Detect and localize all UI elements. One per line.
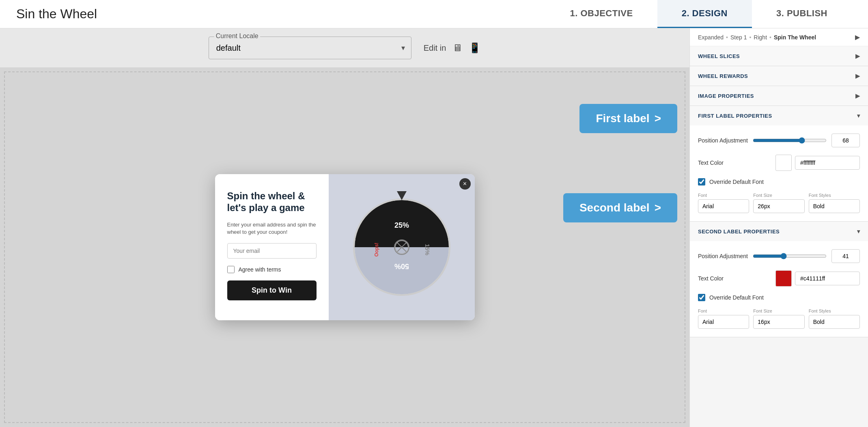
wheel-pointer — [397, 191, 407, 200]
breadcrumb: Expanded • Step 1 • Right • Spin The Whe… — [690, 28, 868, 46]
second-text-color-row: Text Color — [698, 270, 860, 287]
text-color-label: Text Color — [698, 160, 724, 166]
first-label-arrow: > — [655, 112, 661, 125]
main-layout: Current Locale default ▾ Edit in 🖥 📱 — [0, 28, 868, 427]
font-styles-label: Font Styles — [809, 193, 860, 198]
locale-label: Current Locale — [214, 32, 260, 40]
wheel-slices-label: WHEEL SLICES — [698, 53, 740, 59]
position-adjustment-slider[interactable] — [753, 137, 827, 144]
wheel-svg[interactable]: 25% 15% 50% Oops! — [353, 198, 450, 296]
font-styles-group: Font Styles Bold — [809, 193, 860, 213]
image-properties-header[interactable]: IMAGE PROPERTIES ▶ — [690, 86, 868, 106]
breadcrumb-step1: Step 1 — [730, 34, 747, 41]
tab-publish[interactable]: 3. PUBLISH — [752, 0, 852, 28]
email-field[interactable] — [227, 243, 317, 259]
second-label-arrow: > — [655, 201, 661, 214]
terms-text: Agree with terms — [239, 266, 281, 273]
text-color-group — [775, 155, 860, 171]
position-adjustment-label: Position Adjustment — [698, 137, 748, 144]
spin-button[interactable]: Spin to Win — [227, 280, 317, 300]
panel-section-first-label: FIRST LABEL PROPERTIES ▾ Position Adjust… — [690, 106, 868, 222]
second-override-font-label: Override Default Font — [709, 294, 764, 301]
second-font-styles-select[interactable]: Bold — [809, 315, 860, 329]
terms-checkbox[interactable] — [227, 266, 235, 273]
canvas-preview-wrap: First label > Second label > × Spin the … — [0, 67, 689, 427]
second-position-adjustment-input[interactable] — [831, 249, 860, 263]
tab-design[interactable]: 2. DESIGN — [657, 0, 752, 28]
chevron-right-icon: ▶ — [855, 73, 860, 79]
wheel-container: 25% 15% 50% Oops! — [353, 198, 450, 296]
second-font-styles-label: Font Styles — [809, 308, 860, 313]
panel-section-wheel-rewards: WHEEL REWARDS ▶ — [690, 66, 868, 86]
chevron-down-icon: ▾ — [857, 228, 860, 235]
breadcrumb-right: Right — [754, 34, 767, 41]
wheel-rewards-header[interactable]: WHEEL REWARDS ▶ — [690, 66, 868, 86]
font-size-select[interactable]: 26px — [753, 199, 804, 213]
text-color-row: Text Color — [698, 155, 860, 171]
font-styles-select[interactable]: Bold — [809, 199, 860, 213]
popup-modal: × Spin the wheel & let's play a game Ent… — [215, 174, 475, 320]
chevron-right-icon: ▶ — [855, 53, 860, 59]
second-override-font-checkbox[interactable] — [698, 294, 705, 301]
font-label: Font — [698, 193, 749, 198]
override-font-label: Override Default Font — [709, 179, 764, 185]
edit-in-label: Edit in — [424, 43, 446, 53]
second-font-size-group: Font Size 16px — [753, 308, 804, 329]
second-text-color-label: Text Color — [698, 275, 724, 282]
chevron-right-icon: ▶ — [855, 93, 860, 99]
top-tabs: 1. OBJECTIVE 2. DESIGN 3. PUBLISH — [546, 0, 852, 28]
chevron-down-icon: ▾ — [857, 112, 860, 119]
locale-select[interactable]: default — [209, 37, 411, 59]
font-select[interactable]: Arial — [698, 199, 749, 213]
popup-left: Spin the wheel & let's play a game Enter… — [215, 174, 329, 320]
second-text-color-input[interactable] — [795, 272, 860, 285]
wheel-rewards-label: WHEEL REWARDS — [698, 73, 748, 79]
svg-text:50%: 50% — [394, 262, 409, 270]
top-bar: Sin the Wheel 1. OBJECTIVE 2. DESIGN 3. … — [0, 0, 868, 28]
desktop-icon[interactable]: 🖥 — [452, 42, 462, 54]
second-label-button[interactable]: Second label > — [563, 193, 677, 222]
second-font-group: Font Arial — [698, 308, 749, 329]
svg-text:Oops!: Oops! — [374, 243, 379, 257]
position-slider-wrap — [753, 137, 827, 144]
locale-select-wrap: Current Locale default ▾ — [209, 37, 411, 59]
second-text-color-group — [775, 270, 860, 287]
position-adjustment-input[interactable] — [831, 134, 860, 147]
override-font-checkbox[interactable] — [698, 178, 705, 185]
app-title: Sin the Wheel — [16, 6, 97, 22]
second-text-color-swatch[interactable] — [775, 270, 792, 287]
second-font-select[interactable]: Arial — [698, 315, 749, 329]
second-font-row: Font Arial Font Size 16px Font Styles — [698, 308, 860, 329]
edit-in-group: Edit in 🖥 📱 — [424, 42, 481, 54]
second-position-adjustment-label: Position Adjustment — [698, 253, 748, 259]
second-label-properties-content: Position Adjustment Text Color — [690, 241, 868, 337]
second-position-slider-wrap — [753, 253, 827, 259]
breadcrumb-expanded: Expanded — [698, 34, 724, 41]
breadcrumb-current: Spin The Wheel — [774, 34, 816, 41]
text-color-swatch[interactable] — [775, 155, 792, 171]
second-override-font-row: Override Default Font — [698, 294, 860, 301]
svg-text:15%: 15% — [424, 244, 431, 256]
font-group: Font Arial — [698, 193, 749, 213]
chevron-right-icon: ▶ — [855, 33, 860, 41]
second-font-size-select[interactable]: 16px — [753, 315, 804, 329]
first-label-properties-label: FIRST LABEL PROPERTIES — [698, 113, 772, 119]
first-label-properties-header[interactable]: FIRST LABEL PROPERTIES ▾ — [690, 106, 868, 125]
tab-objective[interactable]: 1. OBJECTIVE — [546, 0, 657, 28]
close-button[interactable]: × — [459, 178, 471, 190]
first-label-properties-content: Position Adjustment Text Color — [690, 125, 868, 221]
first-label-button[interactable]: First label > — [579, 104, 677, 133]
second-label-text: Second label — [579, 201, 650, 214]
second-label-properties-header[interactable]: SECOND LABEL PROPERTIES ▾ — [690, 222, 868, 241]
font-size-label: Font Size — [753, 193, 804, 198]
terms-label: Agree with terms — [227, 266, 317, 273]
second-position-adjustment-slider[interactable] — [753, 253, 827, 259]
font-size-group: Font Size 26px — [753, 193, 804, 213]
wheel-slices-header[interactable]: WHEEL SLICES ▶ — [690, 46, 868, 66]
panel-section-image-properties: IMAGE PROPERTIES ▶ — [690, 86, 868, 106]
text-color-input[interactable] — [795, 156, 860, 170]
mobile-icon[interactable]: 📱 — [469, 42, 481, 54]
svg-text:25%: 25% — [394, 221, 409, 229]
first-label-text: First label — [596, 112, 649, 125]
locale-bar: Current Locale default ▾ Edit in 🖥 📱 — [0, 28, 689, 67]
